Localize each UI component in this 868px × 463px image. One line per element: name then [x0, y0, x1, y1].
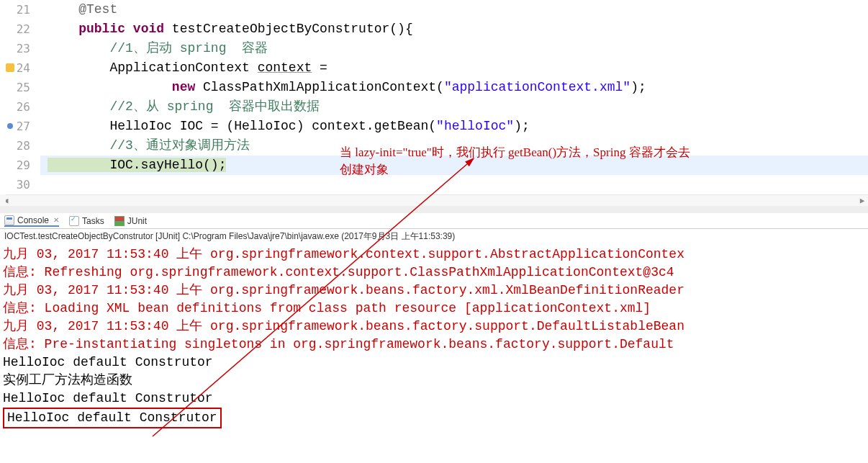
- tab-junit-label: JUnit: [127, 216, 147, 226]
- code-line[interactable]: 29 IOC.sayHello();: [0, 156, 868, 175]
- tab-console-label: Console: [17, 215, 49, 225]
- code-line[interactable]: 30: [0, 175, 868, 194]
- console-line: 信息: Pre-instantiating singletons in org.…: [3, 336, 865, 354]
- highlighted-output: HelloIoc default Construtor: [3, 408, 222, 428]
- code-line[interactable]: 26 //2、从 spring 容器中取出数据: [0, 97, 868, 117]
- console-line: 九月 03, 2017 11:53:40 上午 org.springframew…: [3, 246, 865, 264]
- line-number: 30: [0, 175, 40, 194]
- tasks-icon: [69, 216, 79, 226]
- code-line[interactable]: 28 //3、通过对象调用方法: [0, 136, 868, 156]
- line-number: 29: [0, 156, 40, 175]
- console-panel: Console ✕ Tasks JUnit IOCTest.testCreate…: [0, 213, 868, 430]
- code-line[interactable]: 21 @Test: [0, 0, 868, 19]
- code-content[interactable]: IOC.sayHello();: [40, 156, 868, 175]
- code-content[interactable]: HelloIoc IOC = (HelloIoc) context.getBea…: [40, 117, 868, 136]
- code-content[interactable]: //1、启动 spring 容器: [40, 39, 868, 58]
- console-line: HelloIoc default Construtor: [3, 408, 865, 428]
- view-tabs: Console ✕ Tasks JUnit: [0, 213, 868, 229]
- scroll-right-arrow[interactable]: ▶: [856, 196, 868, 206]
- code-editor[interactable]: 21 @Test22 public void testCreateObjectB…: [0, 0, 868, 209]
- code-content[interactable]: //2、从 spring 容器中取出数据: [40, 97, 868, 117]
- console-icon: [4, 215, 14, 225]
- code-content[interactable]: new ClassPathXmlApplicationContext("appl…: [40, 78, 868, 97]
- line-number: 21: [0, 0, 40, 19]
- console-line: HelloIoc default Construtor: [3, 354, 865, 372]
- code-content[interactable]: [40, 175, 868, 194]
- code-content[interactable]: //3、通过对象调用方法: [40, 136, 868, 156]
- launch-config-label: IOCTest.testCreateObjectByConstrutor [JU…: [0, 229, 868, 244]
- tab-tasks-label: Tasks: [82, 216, 104, 226]
- console-line: 信息: Refreshing org.springframework.conte…: [3, 264, 865, 282]
- code-content[interactable]: public void testCreateObjectByConstrutor…: [40, 19, 868, 39]
- breakpoint-marker-icon[interactable]: [7, 123, 13, 129]
- warning-marker-icon[interactable]: [6, 63, 14, 72]
- line-number: 22: [0, 19, 40, 39]
- console-line: 实例工厂方法构造函数: [3, 372, 865, 390]
- code-line[interactable]: 25 new ClassPathXmlApplicationContext("a…: [0, 78, 868, 97]
- close-icon[interactable]: ✕: [53, 216, 59, 224]
- code-content[interactable]: ApplicationContext context =: [40, 58, 868, 78]
- code-line[interactable]: 23 //1、启动 spring 容器: [0, 39, 868, 58]
- line-number: 28: [0, 136, 40, 156]
- code-line[interactable]: 24 ApplicationContext context =: [0, 58, 868, 78]
- line-number: 25: [0, 78, 40, 97]
- console-output[interactable]: 九月 03, 2017 11:53:40 上午 org.springframew…: [0, 244, 868, 430]
- line-number: 23: [0, 39, 40, 58]
- console-line: 九月 03, 2017 11:53:40 上午 org.springframew…: [3, 318, 865, 336]
- tab-tasks[interactable]: Tasks: [69, 216, 104, 226]
- tab-console[interactable]: Console ✕: [4, 215, 59, 227]
- line-number: 24: [0, 58, 40, 78]
- code-line[interactable]: 27 HelloIoc IOC = (HelloIoc) context.get…: [0, 117, 868, 136]
- line-number: 27: [0, 117, 40, 136]
- line-number: 26: [0, 97, 40, 117]
- horizontal-scrollbar[interactable]: ◀ ▶: [0, 194, 868, 206]
- tab-junit[interactable]: JUnit: [114, 216, 147, 226]
- code-content[interactable]: @Test: [40, 0, 868, 19]
- code-line[interactable]: 22 public void testCreateObjectByConstru…: [0, 19, 868, 39]
- console-line: HelloIoc default Construtor: [3, 390, 865, 408]
- console-line: 信息: Loading XML bean definitions from cl…: [3, 300, 865, 318]
- junit-icon: [114, 216, 125, 226]
- console-line: 九月 03, 2017 11:53:40 上午 org.springframew…: [3, 282, 865, 300]
